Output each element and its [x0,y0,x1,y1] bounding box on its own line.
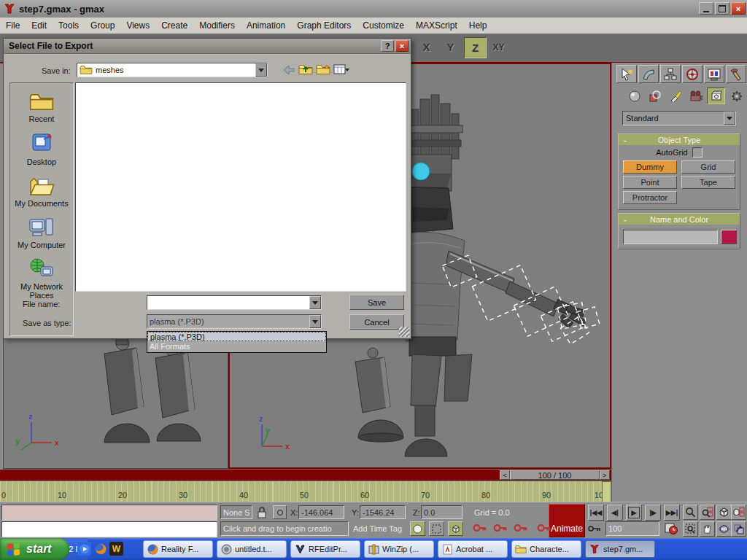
y-coordinate-field[interactable]: -1546.24 [360,505,406,519]
window-titlebar[interactable]: step7.gmax - gmax × [0,0,747,18]
menu-create[interactable]: Create [155,18,193,33]
selection-lock-icon[interactable] [256,506,268,519]
restore-button[interactable] [715,2,729,15]
restrict-y-button[interactable]: Y [440,37,461,57]
dialog-resize-grip[interactable] [399,327,409,337]
protractor-button[interactable]: Protractor [623,191,677,204]
new-folder-icon[interactable] [316,63,330,76]
menu-tools[interactable]: Tools [53,18,85,33]
tape-button[interactable]: Tape [681,176,735,189]
restrict-x-button[interactable]: X [416,37,437,57]
arc-rotate-button[interactable] [716,521,732,537]
quick-launch-wow-icon[interactable]: W [109,542,123,556]
cancel-button[interactable]: Cancel [349,314,404,330]
place-recent[interactable]: Recent [10,92,73,123]
object-color-swatch[interactable] [721,230,737,244]
menu-animation[interactable]: Animation [241,18,291,33]
zoom-button[interactable] [683,505,698,520]
set-key-icon[interactable] [588,524,603,534]
task-step7-gmax-active[interactable]: step7.gm... [585,540,655,558]
key-filter-icon-1[interactable] [473,523,487,533]
tab-motion[interactable] [682,65,703,83]
pan-button[interactable] [700,521,715,537]
menu-group[interactable]: Group [85,18,120,33]
snap-toggle-icon[interactable] [448,521,463,536]
minimize-button[interactable] [699,2,713,15]
task-untitled[interactable]: untitled.t... [217,540,287,558]
tab-modify[interactable] [638,65,659,83]
object-name-field[interactable] [623,230,718,244]
degradation-override-icon[interactable] [410,521,425,536]
view-menu-icon[interactable] [333,64,351,75]
track-bar-ruler[interactable]: 0 10 20 30 40 50 60 70 80 90 100 [0,481,611,502]
tab-hierarchy[interactable] [660,65,681,83]
autogrid-checkbox[interactable] [692,147,703,158]
dialog-close-button[interactable]: × [395,40,409,52]
zoom-all-button[interactable] [700,505,715,520]
current-frame-field[interactable]: 100 [605,521,659,536]
object-class-dropdown-button[interactable] [724,112,735,125]
time-slider-frame-counter[interactable]: 100 / 100 [510,470,600,480]
save-as-type-dropdown-button[interactable] [309,315,321,328]
save-in-dropdown-button[interactable] [255,63,267,77]
task-winzip[interactable]: WinZip (... [364,540,434,558]
type-option-plasma[interactable]: plasma (*.P3D) [147,332,326,341]
menu-file[interactable]: File [0,18,26,33]
task-acrobat[interactable]: Acrobat ... [438,540,508,558]
place-my-documents[interactable]: My Documents [10,175,73,208]
current-frame-marker[interactable] [602,481,611,504]
task-rfedit[interactable]: RFEditPr... [290,540,360,558]
time-slider-thumb[interactable]: < 100 / 100 > [500,470,610,480]
save-in-combo[interactable]: meshes [77,63,268,77]
time-slider-prev-button[interactable]: < [500,470,510,480]
file-name-combo[interactable] [147,295,322,310]
category-lights[interactable] [666,88,684,104]
task-characters-folder[interactable]: Characte... [511,540,581,558]
time-configuration-icon[interactable] [664,521,678,536]
menu-modifiers[interactable]: Modifiers [193,18,241,33]
place-my-network[interactable]: My Network Places [10,258,73,300]
menu-customize[interactable]: Customize [357,18,410,33]
type-option-all-formats[interactable]: All Formats [147,341,326,351]
object-class-combo[interactable]: Standard [622,111,736,125]
animate-button[interactable]: Animate [549,504,585,537]
name-and-color-header[interactable]: - Name and Color [619,214,740,225]
menu-graph-editors[interactable]: Graph Editors [291,18,357,33]
task-reality[interactable]: Reality F... [143,540,213,558]
key-filter-icon-3[interactable] [514,523,528,533]
restrict-xy-plane-button[interactable]: XY [488,37,509,57]
add-time-tag[interactable]: Add Time Tag [352,521,407,536]
up-one-level-icon[interactable] [298,63,313,76]
go-to-end-button[interactable]: ▶▶| [664,505,680,521]
tab-utilities[interactable] [726,65,746,83]
start-button[interactable]: start [0,538,69,560]
x-coordinate-field[interactable]: -146.064 [298,505,344,519]
key-filter-icon-4[interactable] [537,523,551,533]
category-cameras[interactable] [686,88,705,104]
dialog-help-button[interactable]: ? [381,40,394,52]
back-icon[interactable] [282,64,295,76]
next-frame-button[interactable]: |▶ [645,505,661,521]
selection-region-icon[interactable] [429,521,444,536]
quick-launch-firefox-icon[interactable] [93,542,107,556]
dialog-titlebar[interactable]: Select File to Export ? × [4,39,411,54]
time-slider-next-button[interactable]: > [600,470,610,480]
category-systems[interactable] [727,88,746,104]
macro-recorder-pane[interactable] [1,505,217,521]
save-button[interactable]: Save [349,295,404,310]
previous-frame-button[interactable]: ◀| [607,505,623,521]
play-button[interactable]: ▶ [626,505,642,521]
go-to-start-button[interactable]: |◀◀ [588,505,604,521]
tab-display[interactable] [704,65,724,83]
quick-launch-media-player-icon[interactable] [77,542,91,556]
place-desktop[interactable]: Desktop [10,132,73,166]
zoom-extents-all-button[interactable] [731,505,746,520]
z-coordinate-field[interactable]: 0.0 [421,505,462,519]
file-name-dropdown-button[interactable] [309,296,321,309]
region-zoom-button[interactable] [683,521,698,537]
key-filter-icon-2[interactable] [493,523,508,533]
tab-create[interactable] [616,65,637,83]
object-type-header[interactable]: - Object Type [619,134,740,145]
close-button[interactable]: × [731,2,746,15]
menu-help[interactable]: Help [463,18,493,33]
